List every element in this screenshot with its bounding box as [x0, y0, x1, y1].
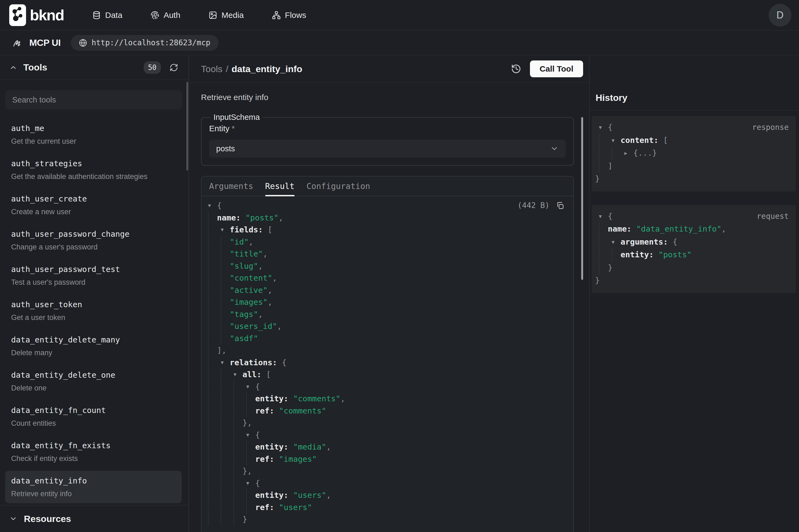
tab-arguments[interactable]: Arguments — [209, 176, 253, 196]
json-key: ref: — [255, 405, 279, 417]
tool-name: data_entity_delete_many — [11, 335, 176, 345]
json-string: "users" — [279, 501, 312, 514]
json-line: ref: "users" — [204, 501, 564, 514]
collapse-toggle-icon[interactable]: ▼ — [599, 121, 608, 134]
json-line: } — [204, 513, 564, 526]
sidebar-item-data_entity_delete_many[interactable]: data_entity_delete_manyDelete many — [5, 330, 182, 362]
chevron-up-icon[interactable] — [9, 63, 17, 72]
history-icon[interactable] — [508, 61, 524, 77]
indent-guide — [208, 344, 217, 357]
tab-configuration[interactable]: Configuration — [306, 176, 370, 196]
tool-detail-header: Tools / data_entity_info Call Tool — [189, 55, 589, 83]
entity-select[interactable]: posts — [209, 140, 566, 157]
json-key: relations: — [230, 357, 282, 369]
json-punct: ] — [608, 160, 612, 173]
sidebar-scrollbar[interactable] — [186, 82, 188, 171]
sidebar-item-auth_me[interactable]: auth_meGet the current user — [5, 118, 182, 151]
history-entry-response[interactable]: ▼{response▼content: [▶{...}]} — [592, 116, 796, 191]
indent-guide — [208, 441, 217, 453]
sidebar-item-auth_user_password_test[interactable]: auth_user_password_testTest a user's pas… — [5, 259, 182, 292]
call-tool-button[interactable]: Call Tool — [530, 60, 583, 77]
indent-guide — [233, 465, 243, 477]
breadcrumb-section[interactable]: Tools — [201, 64, 222, 74]
json-string: "images" — [230, 296, 268, 308]
history-header: History — [590, 55, 799, 111]
indent-guide — [208, 296, 217, 308]
json-string: "slug" — [230, 260, 258, 272]
json-punct: [ — [266, 368, 271, 381]
indent-guide — [208, 332, 217, 345]
json-punct: , — [277, 320, 282, 332]
copy-icon[interactable] — [556, 202, 564, 210]
sidebar-item-auth_strategies[interactable]: auth_strategiesGet the available authent… — [5, 153, 182, 186]
mcp-bar: MCP UI http://localhost:28623/mcp — [0, 31, 799, 55]
collapse-toggle-icon[interactable]: ▼ — [233, 368, 243, 381]
collapse-toggle-icon[interactable]: ▼ — [246, 477, 255, 490]
collapse-toggle-icon[interactable]: ▼ — [612, 134, 621, 147]
nav-item-media[interactable]: Media — [209, 11, 244, 20]
collapse-toggle-icon[interactable]: ▼ — [221, 224, 230, 236]
refresh-icon[interactable] — [167, 60, 181, 75]
json-key: entity: — [255, 441, 293, 453]
nav-label: Data — [105, 11, 122, 20]
tools-list: auth_meGet the current userauth_strategi… — [0, 118, 189, 503]
json-line: "active", — [204, 284, 564, 297]
nav-item-data[interactable]: Data — [92, 11, 122, 20]
collapse-toggle-icon[interactable]: ▼ — [246, 381, 255, 393]
json-string: "comments" — [279, 405, 326, 417]
json-line: }, — [204, 417, 564, 429]
main-scrollbar[interactable] — [581, 117, 583, 280]
search-input[interactable] — [5, 90, 182, 110]
sidebar-item-auth_user_create[interactable]: auth_user_createCreate a new user — [5, 189, 182, 221]
sidebar-item-auth_user_token[interactable]: auth_user_tokenGet a user token — [5, 294, 182, 327]
json-line: ref: "comments" — [204, 405, 564, 417]
collapse-toggle-icon[interactable]: ▼ — [612, 235, 621, 249]
nav-item-flows[interactable]: Flows — [272, 11, 306, 20]
resources-section[interactable]: Resources — [0, 505, 189, 532]
user-avatar[interactable]: D — [768, 4, 792, 26]
indent-guide — [208, 368, 217, 381]
indent-guide — [233, 513, 243, 526]
nav-item-auth[interactable]: Auth — [151, 11, 180, 20]
indent-guide — [221, 260, 230, 272]
json-punct: ], — [217, 344, 226, 357]
entity-select-value: posts — [216, 144, 235, 153]
json-punct: , — [258, 308, 263, 321]
sidebar-item-data_entity_info[interactable]: data_entity_infoRetrieve entity info — [5, 471, 182, 503]
top-navbar: bknd Data — [0, 0, 799, 31]
sidebar-item-data_entity_fn_exists[interactable]: data_entity_fn_existsCheck if entity exi… — [5, 435, 182, 468]
json-string: "tags" — [230, 308, 258, 321]
indent-guide — [233, 429, 243, 441]
tool-description: Change a user's password — [11, 242, 176, 252]
json-punct: , — [258, 260, 263, 272]
indent-guide — [221, 489, 230, 501]
json-punct: { — [672, 235, 677, 249]
json-punct: , — [263, 248, 267, 260]
json-line: }, — [204, 465, 564, 477]
sidebar-item-auth_user_password_change[interactable]: auth_user_password_changeChange a user's… — [5, 224, 182, 256]
collapse-toggle-icon[interactable]: ▼ — [208, 200, 217, 212]
json-string: "id" — [230, 236, 249, 248]
response-json-tree: ▼{response▼content: [▶{...}]} — [593, 118, 795, 190]
indent-guide — [208, 393, 217, 405]
indent-guide — [246, 393, 255, 405]
sidebar-item-data_entity_fn_count[interactable]: data_entity_fn_countCount entities — [5, 400, 182, 433]
indent-guide — [599, 147, 608, 160]
indent-guide — [246, 405, 255, 417]
expand-toggle-icon[interactable]: ▶ — [624, 147, 633, 160]
bknd-logo[interactable]: bknd — [9, 4, 64, 26]
tool-name: data_entity_fn_exists — [11, 440, 176, 451]
resources-label: Resources — [24, 514, 71, 524]
collapse-toggle-icon[interactable]: ▼ — [599, 210, 608, 223]
json-key: entity: — [255, 393, 293, 405]
main-layout: Tools 50 auth_meGet the current userauth… — [0, 55, 799, 532]
indent-guide — [221, 405, 230, 417]
indent-guide — [208, 417, 217, 429]
sidebar-item-data_entity_delete_one[interactable]: data_entity_delete_oneDelete one — [5, 365, 182, 398]
mcp-url-pill[interactable]: http://localhost:28623/mcp — [71, 35, 218, 51]
collapse-toggle-icon[interactable]: ▼ — [221, 357, 230, 369]
history-entry-request[interactable]: ▼{requestname: "data_entity_info",▼argum… — [592, 205, 796, 293]
json-punct: } — [595, 274, 600, 287]
tab-result[interactable]: Result — [265, 176, 294, 196]
collapse-toggle-icon[interactable]: ▼ — [246, 429, 255, 441]
